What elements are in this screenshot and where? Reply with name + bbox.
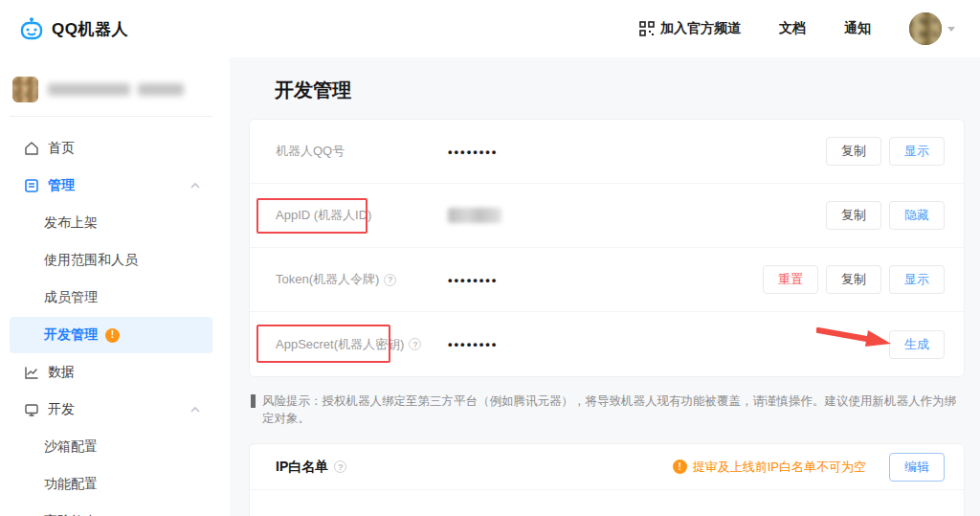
top-header: QQ机器人 加入官方频道 文档 通知 xyxy=(0,0,980,57)
ip-whitelist-header: IP白名单 ? ! 提审及上线前IP白名单不可为空 编辑 xyxy=(250,444,964,490)
risk-bar-icon xyxy=(251,394,256,408)
token-masked-value: •••••••• xyxy=(448,273,498,287)
reset-token-button[interactable]: 重置 xyxy=(763,265,818,294)
copy-token-button[interactable]: 复制 xyxy=(826,265,881,294)
robot-icon xyxy=(19,16,44,41)
logo-text: QQ机器人 xyxy=(52,18,128,40)
sidebar-item-members[interactable]: 成员管理 xyxy=(10,280,212,316)
sidebar-item-scope[interactable]: 使用范围和人员 xyxy=(10,242,212,279)
help-icon[interactable]: ? xyxy=(384,274,396,286)
main-content: 开发管理 机器人QQ号 •••••••• 复制 显示 AppID (机器人ID)… xyxy=(230,57,980,516)
copy-qq-button[interactable]: 复制 xyxy=(826,137,881,166)
sidebar-item-home[interactable]: 首页 xyxy=(10,130,212,167)
header-nav: 加入官方频道 文档 通知 xyxy=(639,12,955,45)
docs-link[interactable]: 文档 xyxy=(779,20,806,37)
warning-icon: ! xyxy=(105,328,120,343)
appsecret-masked-value: •••••••• xyxy=(448,337,498,351)
sidebar-item-dev[interactable]: 开发 xyxy=(10,392,212,428)
risk-note-text: 风险提示：授权机器人绑定至第三方平台（例如腾讯元器），将导致机器人现有功能被覆盖… xyxy=(262,393,965,427)
token-label: Token(机器人令牌) ? xyxy=(276,271,448,288)
user-avatar[interactable] xyxy=(909,12,942,45)
ip-whitelist-warning-text: 提审及上线前IP白名单不可为空 xyxy=(693,459,866,476)
hide-appid-button[interactable]: 隐藏 xyxy=(889,201,945,230)
user-menu[interactable] xyxy=(909,12,955,45)
notifications-label: 通知 xyxy=(844,20,871,37)
sidebar-item-dev-manage-label: 开发管理 xyxy=(44,326,98,344)
sidebar-item-publish[interactable]: 发布上架 xyxy=(10,205,212,241)
sidebar-item-data[interactable]: 数据 xyxy=(10,354,212,391)
monitor-icon xyxy=(24,402,39,417)
chevron-up-icon[interactable] xyxy=(189,406,201,414)
sidebar: 首页 管理 发布上架 使用范围和人员 成员管理 开发管理 ! 数 xyxy=(0,57,230,516)
bot-profile xyxy=(0,57,230,116)
help-icon[interactable]: ? xyxy=(334,460,346,473)
row-bot-qq: 机器人QQ号 •••••••• 复制 显示 xyxy=(250,120,964,184)
edit-ip-whitelist-button[interactable]: 编辑 xyxy=(889,453,945,482)
sidebar-item-sandbox-label: 沙箱配置 xyxy=(44,438,98,456)
ip-whitelist-title: IP白名单 ? xyxy=(276,459,346,476)
bot-avatar-blurred xyxy=(12,77,38,102)
bot-name-blurred xyxy=(48,83,184,96)
appsecret-label: AppSecret(机器人密钥) ? xyxy=(276,336,448,353)
help-icon[interactable]: ? xyxy=(409,338,421,350)
ip-whitelist-card: IP白名单 ? ! 提审及上线前IP白名单不可为空 编辑 xyxy=(249,443,965,516)
chevron-down-icon xyxy=(947,27,955,32)
sidebar-item-scope-label: 使用范围和人员 xyxy=(44,252,138,269)
ip-whitelist-body xyxy=(250,490,964,516)
join-official-channel-label: 加入官方频道 xyxy=(660,20,741,37)
docs-label: 文档 xyxy=(779,20,806,37)
bot-qq-label: 机器人QQ号 xyxy=(276,143,448,160)
row-appid: AppID (机器人ID) 复制 隐藏 xyxy=(250,184,964,248)
chevron-up-icon[interactable] xyxy=(189,182,201,190)
join-official-channel-link[interactable]: 加入官方频道 xyxy=(639,20,741,37)
sidebar-item-dev-label: 开发 xyxy=(48,401,75,418)
warning-icon: ! xyxy=(673,460,687,474)
sidebar-item-features-label: 功能配置 xyxy=(44,476,98,493)
sidebar-item-dev-manage[interactable]: 开发管理 ! xyxy=(10,317,212,353)
show-token-button[interactable]: 显示 xyxy=(889,265,945,294)
sidebar-item-publish-label: 发布上架 xyxy=(44,214,98,232)
sidebar-item-advanced[interactable]: 高阶能力 xyxy=(10,504,212,516)
sidebar-item-data-label: 数据 xyxy=(48,364,75,381)
chart-icon xyxy=(24,365,39,380)
sidebar-item-features[interactable]: 功能配置 xyxy=(10,466,212,503)
appid-label: AppID (机器人ID) xyxy=(276,207,448,224)
copy-appid-button[interactable]: 复制 xyxy=(826,201,881,230)
ip-whitelist-warning: ! 提审及上线前IP白名单不可为空 xyxy=(665,459,866,476)
sidebar-item-members-label: 成员管理 xyxy=(44,289,98,306)
qr-code-icon xyxy=(639,21,655,36)
row-token: Token(机器人令牌) ? •••••••• 重置 复制 显示 xyxy=(250,248,964,312)
sidebar-divider xyxy=(10,116,212,117)
document-icon xyxy=(24,178,39,193)
show-qq-button[interactable]: 显示 xyxy=(889,137,945,166)
sidebar-item-manage[interactable]: 管理 xyxy=(10,168,212,204)
sidebar-item-manage-label: 管理 xyxy=(48,177,75,194)
app-logo[interactable]: QQ机器人 xyxy=(19,16,128,41)
sidebar-item-home-label: 首页 xyxy=(48,140,75,157)
page-title: 开发管理 xyxy=(275,78,980,103)
appid-value-blurred xyxy=(448,208,501,223)
sidebar-item-sandbox[interactable]: 沙箱配置 xyxy=(10,429,212,465)
generate-appsecret-button[interactable]: 生成 xyxy=(889,330,945,359)
notifications-link[interactable]: 通知 xyxy=(844,20,871,37)
row-appsecret: AppSecret(机器人密钥) ? •••••••• 生成 xyxy=(250,312,964,376)
home-icon xyxy=(24,141,39,156)
bot-qq-masked-value: •••••••• xyxy=(448,145,498,159)
risk-note: 风险提示：授权机器人绑定至第三方平台（例如腾讯元器），将导致机器人现有功能被覆盖… xyxy=(251,393,965,427)
credentials-card: 机器人QQ号 •••••••• 复制 显示 AppID (机器人ID) 复制 隐… xyxy=(249,119,965,377)
